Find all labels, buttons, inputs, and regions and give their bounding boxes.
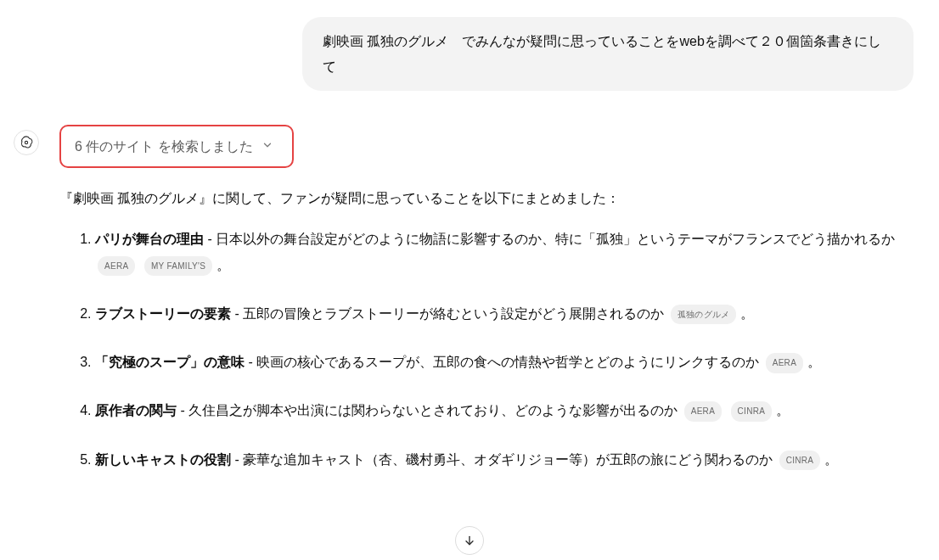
item-body: - 五郎の冒険とラブストーリーが絡むという設定がどう展開されるのか	[231, 306, 664, 321]
item-title: パリが舞台の理由	[95, 232, 204, 246]
assistant-intro-text: 『劇映画 孤独のグルメ』に関して、ファンが疑問に思っていることを以下にまとめまし…	[59, 187, 914, 210]
list-item: パリが舞台の理由 - 日本以外の舞台設定がどのように物語に影響するのか、特に「孤…	[95, 226, 914, 278]
list-item: 新しいキャストの役割 - 豪華な追加キャスト（杏、磯村勇斗、オダギリジョー等）が…	[95, 446, 914, 473]
item-period: 。	[740, 306, 754, 321]
item-body: - 日本以外の舞台設定がどのように物語に影響するのか、特に「孤独」というテーマが…	[204, 232, 895, 246]
chevron-down-icon	[261, 135, 273, 158]
search-status-chip[interactable]: 6 件のサイト を検索しました	[59, 125, 294, 168]
svg-point-0	[25, 142, 27, 144]
assistant-row: 6 件のサイト を検索しました 『劇映画 孤独のグルメ』に関して、ファンが疑問に…	[8, 125, 914, 495]
scroll-to-bottom-button[interactable]	[455, 526, 484, 555]
citation-chip[interactable]: AERA	[684, 401, 722, 422]
search-status-text: 6 件のサイト を検索しました	[75, 135, 253, 158]
user-message-row: 劇映画 孤独のグルメ でみんなが疑問に思っていることをwebを調べて２０個箇条書…	[8, 17, 914, 91]
user-message-text: 劇映画 孤独のグルメ でみんなが疑問に思っていることをwebを調べて２０個箇条書…	[323, 34, 881, 74]
list-item: ラブストーリーの要素 - 五郎の冒険とラブストーリーが絡むという設定がどう展開さ…	[95, 300, 914, 327]
list-item: 原作者の関与 - 久住昌之が脚本や出演には関わらないとされており、どのような影響…	[95, 397, 914, 423]
item-body: - 豪華な追加キャスト（杏、磯村勇斗、オダギリジョー等）が五郎の旅にどう関わるの…	[231, 452, 773, 467]
item-period: 。	[776, 403, 790, 417]
item-title: 原作者の関与	[95, 403, 177, 417]
item-period: 。	[807, 355, 821, 369]
item-period: 。	[824, 452, 838, 467]
openai-logo-icon	[19, 135, 34, 150]
question-list: パリが舞台の理由 - 日本以外の舞台設定がどのように物語に影響するのか、特に「孤…	[59, 226, 914, 473]
item-body: - 映画の核心であるスープが、五郎の食への情熱や哲学とどのようにリンクするのか	[245, 355, 759, 369]
arrow-down-icon	[463, 534, 476, 547]
assistant-avatar	[14, 130, 39, 155]
citation-chip[interactable]: MY FAMILY'S	[144, 256, 212, 277]
citation-chip[interactable]: CINRA	[731, 401, 773, 422]
item-title: 「究極のスープ」の意味	[95, 355, 245, 369]
list-item: 「究極のスープ」の意味 - 映画の核心であるスープが、五郎の食への情熱や哲学とど…	[95, 349, 914, 375]
item-period: 。	[216, 258, 230, 272]
item-title: 新しいキャストの役割	[95, 452, 231, 467]
citation-chip[interactable]: AERA	[766, 353, 803, 373]
item-body: - 久住昌之が脚本や出演には関わらないとされており、どのような影響が出るのか	[177, 403, 678, 417]
citation-chip[interactable]: AERA	[98, 256, 135, 277]
item-title: ラブストーリーの要素	[95, 306, 231, 321]
citation-chip[interactable]: 孤独のグルメ	[671, 305, 737, 325]
user-message-bubble: 劇映画 孤独のグルメ でみんなが疑問に思っていることをwebを調べて２０個箇条書…	[302, 17, 914, 91]
citation-chip[interactable]: CINRA	[779, 451, 821, 471]
